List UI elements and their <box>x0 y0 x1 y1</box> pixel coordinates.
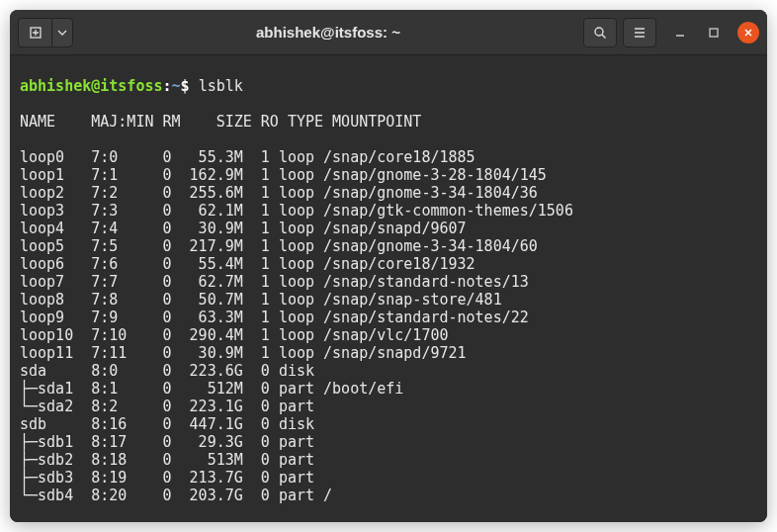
lsblk-row: loop5 7:5 0 217.9M 1 loop /snap/gnome-3-… <box>20 237 757 255</box>
minimize-button[interactable] <box>670 23 690 43</box>
lsblk-row: loop7 7:7 0 62.7M 1 loop /snap/standard-… <box>20 273 757 291</box>
prompt-line-1: abhishek@itsfoss:~$ lsblk <box>20 77 757 95</box>
svg-line-4 <box>602 35 606 39</box>
lsblk-header: NAME MAJ:MIN RM SIZE RO TYPE MOUNTPOINT <box>20 113 757 131</box>
lsblk-row: loop2 7:2 0 255.6M 1 loop /snap/gnome-3-… <box>20 184 757 202</box>
command-text: lsblk <box>199 77 243 95</box>
lsblk-row: └─sdb4 8:20 0 203.7G 0 part / <box>20 487 757 504</box>
lsblk-row: loop11 7:11 0 30.9M 1 loop /snap/snapd/9… <box>20 344 757 362</box>
maximize-button[interactable] <box>704 23 724 43</box>
lsblk-row: ├─sdb3 8:19 0 213.7G 0 part <box>20 469 757 487</box>
close-icon <box>743 28 753 38</box>
hamburger-icon <box>632 25 648 41</box>
menu-button[interactable] <box>623 18 656 47</box>
lsblk-row: loop3 7:3 0 62.1M 1 loop /snap/gtk-commo… <box>20 202 757 220</box>
terminal-body[interactable]: abhishek@itsfoss:~$ lsblk NAME MAJ:MIN R… <box>10 55 767 522</box>
svg-point-3 <box>595 28 603 36</box>
svg-rect-9 <box>710 29 718 37</box>
minimize-icon <box>674 27 686 39</box>
prompt-colon: : <box>163 77 172 95</box>
titlebar: abhishek@itsfoss: ~ <box>10 10 767 55</box>
lsblk-row: loop8 7:8 0 50.7M 1 loop /snap/snap-stor… <box>20 291 757 309</box>
lsblk-row: loop9 7:9 0 63.3M 1 loop /snap/standard-… <box>20 309 757 326</box>
search-icon <box>592 25 608 41</box>
lsblk-row: loop1 7:1 0 162.9M 1 loop /snap/gnome-3-… <box>20 166 757 184</box>
prompt-user: abhishek@itsfoss <box>20 77 163 95</box>
lsblk-row: ├─sdb1 8:17 0 29.3G 0 part <box>20 433 757 451</box>
lsblk-rows: loop0 7:0 0 55.3M 1 loop /snap/core18/18… <box>20 148 757 504</box>
lsblk-row: loop6 7:6 0 55.4M 1 loop /snap/core18/19… <box>20 255 757 273</box>
new-tab-group <box>18 18 73 47</box>
terminal-window: abhishek@itsfoss: ~ abhishek@itsfoss:~$ … <box>10 10 767 522</box>
lsblk-row: └─sda2 8:2 0 223.1G 0 part <box>20 398 757 415</box>
lsblk-row: loop0 7:0 0 55.3M 1 loop /snap/core18/18… <box>20 148 757 166</box>
chevron-down-icon <box>57 28 67 38</box>
lsblk-row: ├─sda1 8:1 0 512M 0 part /boot/efi <box>20 380 757 398</box>
lsblk-row: loop4 7:4 0 30.9M 1 loop /snap/snapd/960… <box>20 220 757 237</box>
lsblk-row: ├─sdb2 8:18 0 513M 0 part <box>20 451 757 469</box>
window-controls <box>670 22 759 44</box>
lsblk-row: loop10 7:10 0 290.4M 1 loop /snap/vlc/17… <box>20 326 757 344</box>
prompt-dollar: $ <box>181 77 190 95</box>
maximize-icon <box>708 27 720 39</box>
search-button[interactable] <box>583 18 617 47</box>
lsblk-row: sdb 8:16 0 447.1G 0 disk <box>20 415 757 433</box>
new-tab-button[interactable] <box>18 18 51 47</box>
new-tab-dropdown[interactable] <box>51 18 73 47</box>
new-tab-icon <box>28 25 43 41</box>
prompt-path: ~ <box>172 77 181 95</box>
window-title: abhishek@itsfoss: ~ <box>79 24 577 41</box>
close-button[interactable] <box>737 22 759 44</box>
lsblk-row: sda 8:0 0 223.6G 0 disk <box>20 362 757 380</box>
